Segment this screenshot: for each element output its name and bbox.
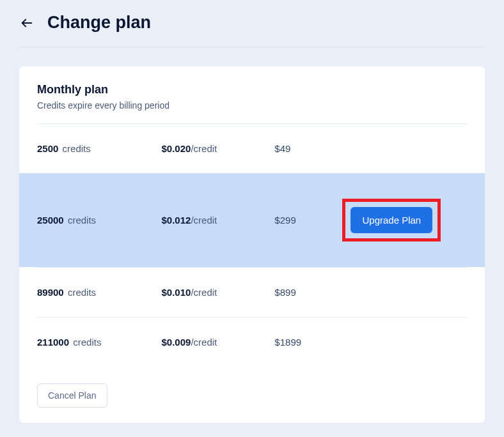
plan-rate: $0.009/credit — [162, 337, 275, 348]
plan-row[interactable]: 25000 credits $0.012/credit $299 Upgrade… — [19, 173, 485, 267]
plan-row[interactable]: 211000 credits $0.009/credit $1899 — [19, 318, 485, 367]
credits-unit: credits — [63, 143, 91, 154]
rate-per: /credit — [191, 215, 217, 226]
plan-total: $899 — [274, 287, 342, 298]
rate-per: /credit — [191, 337, 217, 348]
plan-title: Monthly plan — [37, 83, 467, 96]
rate-price: $0.009 — [162, 337, 191, 348]
rate-price: $0.010 — [162, 287, 191, 298]
rate-price: $0.020 — [162, 143, 191, 154]
page-title: Change plan — [47, 13, 151, 33]
back-arrow-icon[interactable] — [19, 15, 35, 31]
plan-subtitle: Credits expire every billing period — [37, 100, 467, 111]
plan-credits: 89900 credits — [37, 287, 162, 298]
credits-unit: credits — [68, 287, 96, 298]
credits-value: 89900 — [37, 287, 64, 298]
plan-credits: 211000 credits — [37, 337, 162, 348]
plan-rate: $0.010/credit — [162, 287, 275, 298]
plan-credits: 2500 credits — [37, 143, 162, 154]
rate-per: /credit — [191, 143, 217, 154]
plan-total: $49 — [274, 143, 342, 154]
rate-per: /credit — [191, 287, 217, 298]
header-divider — [19, 47, 485, 47]
plan-rate: $0.012/credit — [162, 215, 275, 226]
page-header: Change plan — [0, 0, 504, 47]
credits-unit: credits — [73, 337, 101, 348]
plan-rate: $0.020/credit — [162, 143, 275, 154]
plan-total: $1899 — [274, 337, 342, 348]
cancel-plan-button[interactable]: Cancel Plan — [37, 383, 107, 408]
card-header: Monthly plan Credits expire every billin… — [19, 66, 485, 123]
plan-card: Monthly plan Credits expire every billin… — [19, 66, 485, 423]
plan-row[interactable]: 2500 credits $0.020/credit $49 — [19, 124, 485, 173]
credits-value: 25000 — [37, 215, 64, 226]
plan-action: Upgrade Plan — [342, 199, 467, 241]
rate-price: $0.012 — [162, 215, 191, 226]
upgrade-highlight-box: Upgrade Plan — [342, 199, 441, 241]
credits-unit: credits — [68, 215, 96, 226]
upgrade-plan-button[interactable]: Upgrade Plan — [350, 207, 432, 233]
credits-value: 211000 — [37, 337, 69, 348]
plan-credits: 25000 credits — [37, 215, 162, 226]
plan-row[interactable]: 89900 credits $0.010/credit $899 — [19, 268, 485, 317]
plan-total: $299 — [274, 215, 342, 226]
credits-value: 2500 — [37, 143, 58, 154]
